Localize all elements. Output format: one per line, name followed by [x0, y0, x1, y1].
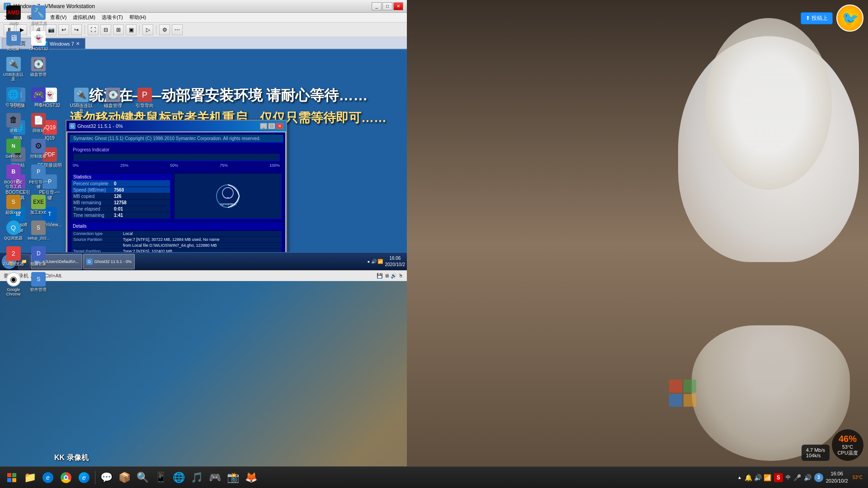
- systool-label: 系统工具: [28, 21, 50, 26]
- host-icon-pe-guide[interactable]: P PE引导-一键: [27, 163, 51, 192]
- host-tray-arrow[interactable]: ▲: [737, 475, 742, 480]
- host-app8-btn[interactable]: 📱: [152, 469, 169, 486]
- host-icon-hdd[interactable]: 💽 磁盘管理: [27, 55, 51, 84]
- host-start-button[interactable]: [4, 469, 20, 486]
- toolbar-unity-btn[interactable]: ⊟: [100, 24, 111, 35]
- hdd-icon: 💽: [31, 57, 46, 71]
- win7-tab-close[interactable]: ✕: [76, 41, 80, 46]
- win7-icon-hdd[interactable]: 💽 磁盘管理: [99, 86, 127, 116]
- host-icon-usb[interactable]: 🔌 USB连连以及: [2, 55, 25, 84]
- win7-systray-arrow[interactable]: ◂: [367, 259, 369, 264]
- win7-icon-pe[interactable]: P 引导导向: [130, 86, 159, 116]
- host-wechat-btn[interactable]: 💬: [98, 469, 114, 486]
- host-app7-btn[interactable]: 🔍: [134, 469, 151, 486]
- toolbar-snapnext-btn[interactable]: ↪: [71, 24, 82, 35]
- win7-clock-time: 16:06: [385, 255, 406, 262]
- host-icon-nvidia[interactable]: N GeFroce: [2, 137, 25, 161]
- icon-row-10: 2 2345浏览器 D 电脑管家: [2, 244, 50, 268]
- menu-help[interactable]: 帮助(H): [127, 13, 149, 22]
- icon-row-5: 🗑 游戏 📄 回收站: [2, 111, 50, 135]
- host-icon-systool[interactable]: 🔧 系统工具: [27, 4, 51, 28]
- host-icon-setup[interactable]: S setup_202...: [27, 219, 50, 243]
- host-app6-btn[interactable]: 📦: [116, 469, 132, 486]
- vm-desktop[interactable]: 统注在——动部署安装环境 请耐心等待…… 请勿移动键盘鼠标或者关机重启，仅仅只需…: [0, 50, 407, 270]
- vmware-statusbar-right: 💾 🖥 🔊 🖱: [377, 273, 403, 279]
- host-icon-amd[interactable]: AMD AMD: [2, 4, 25, 28]
- host-icon-ghost[interactable]: 👻 GHOST32: [27, 29, 51, 53]
- cat-photo-area: [407, 0, 868, 488]
- host-icon-chrome[interactable]: ◉ Google Chrome: [2, 270, 25, 299]
- ghost-header: Symantec Ghost (11.5.1) Copyright (C) 19…: [69, 134, 283, 143]
- icon-row-1: AMD AMD 🔧 系统工具: [2, 4, 50, 28]
- win7-clock-date: 2020/10/2: [385, 262, 406, 268]
- pe-guide-icon: P: [31, 164, 46, 179]
- progress-markers: 0% 25% 50% 75% 100%: [73, 163, 280, 168]
- host-explorer-btn[interactable]: 📁: [22, 469, 38, 486]
- ime-icon[interactable]: 中: [786, 474, 791, 481]
- ghost-spinner: symantec.: [212, 180, 244, 212]
- stats-row-percent: Percent complete 0: [71, 181, 170, 187]
- setup-icon: S: [31, 221, 46, 235]
- sogou-icon[interactable]: S: [774, 473, 783, 482]
- vmware-statusbar: 要返回录机，请按 Ctrl+Alt. 💾 🖥 🔊 🖱: [0, 270, 407, 281]
- softmgr-label: 软件管理: [28, 287, 50, 292]
- host-icon-recycle[interactable]: 🗑 游戏: [2, 111, 25, 135]
- toolbar-snapmgr-btn[interactable]: ↩: [58, 24, 69, 35]
- vmware-maximize-button[interactable]: □: [382, 2, 392, 10]
- vmware-minimize-button[interactable]: _: [372, 2, 382, 10]
- stats-and-logo-area: Statistics Percent complete 0 Speed (MB/…: [69, 173, 283, 219]
- toolbar-fullscreen-btn[interactable]: ⛶: [88, 24, 99, 35]
- host-app10-btn[interactable]: 🎵: [189, 469, 205, 486]
- host-icon-qqbrowser[interactable]: Q QQ浏览器: [2, 219, 25, 243]
- menu-tabs[interactable]: 选项卡(T): [99, 13, 126, 22]
- toolbar-view4-btn[interactable]: ▣: [126, 24, 137, 35]
- host-icon-addexe[interactable]: EXE 加工EXE: [27, 193, 51, 217]
- stats-val-remaining: 12758: [114, 200, 127, 205]
- host-app9-btn[interactable]: 🌐: [170, 469, 187, 486]
- stats-val-speed: 7560: [114, 188, 124, 192]
- ghost-restore-btn[interactable]: □: [268, 123, 275, 129]
- host-icon-bootice[interactable]: B BOOTICE引导工具: [2, 163, 25, 192]
- host-desktop-icons: AMD AMD 🔧 系统工具 🖥 此电脑 👻 GHOST32 🔌 USB连连以及…: [0, 0, 52, 466]
- win7-ghost2-icon: G: [86, 258, 93, 265]
- host-app11-btn[interactable]: 🎮: [207, 469, 223, 486]
- host-icon-super[interactable]: S 超级xxxx: [2, 193, 25, 217]
- vmware-toolbar: ⏸ ▶ 🖨 📷 ↩ ↪ ⛶ ⊟ ⊞ ▣ ▷ ⚙ ⋯: [0, 23, 407, 37]
- host-icon-mypc[interactable]: 🖥 此电脑: [2, 29, 25, 53]
- win7-icon-usb[interactable]: 🔌 USB连连以及: [67, 86, 96, 116]
- toolbar-more-btn[interactable]: ⋯: [172, 24, 183, 35]
- vmware-close-button[interactable]: ✕: [393, 2, 403, 10]
- tray-vol-icon[interactable]: 🔊: [804, 474, 811, 481]
- host-icon-dj[interactable]: D 电脑管家: [27, 244, 51, 268]
- menu-vm[interactable]: 虚拟机(M): [70, 13, 98, 22]
- host-edge-btn[interactable]: e: [76, 469, 92, 486]
- host-icon-2345[interactable]: 2 2345浏览器: [2, 244, 25, 268]
- net-icon: 🌐: [6, 87, 21, 102]
- dj-label: 电脑管家: [28, 262, 50, 267]
- net-label: 引导导向: [3, 103, 24, 108]
- host-icon-controlpanel[interactable]: ⚙ 控制面板: [27, 137, 51, 161]
- host-ie-btn[interactable]: e: [40, 469, 56, 486]
- host-chrome-btn[interactable]: [58, 469, 74, 486]
- 360-icon[interactable]: 3: [814, 473, 823, 482]
- host-icon-softmgr[interactable]: S 软件管理: [27, 270, 51, 299]
- host-icon-net[interactable]: 🌐 引导导向: [2, 85, 25, 109]
- ghost-minimize-btn[interactable]: _: [260, 123, 267, 129]
- symantec-logo-area: symantec.: [174, 173, 282, 219]
- host-icon-game[interactable]: 🎮 网络: [27, 85, 51, 109]
- win7-taskbar-ghost2[interactable]: G Ghost32 11.5.1 - 0%: [83, 254, 135, 269]
- stats-val-time-remaining: 1:41: [114, 213, 123, 218]
- stats-val-copied: 126: [114, 194, 122, 199]
- win7-pe-icon: P: [137, 88, 152, 102]
- toolbar-send-btn[interactable]: ▷: [142, 24, 153, 35]
- kk-recorder-label: KK 录像机: [54, 453, 89, 463]
- detail-key-src: Source Partition: [73, 237, 123, 242]
- toolbar-view3-btn[interactable]: ⊞: [113, 24, 124, 35]
- host-app13-btn[interactable]: 🦊: [243, 469, 259, 486]
- host-icon-pe-doc[interactable]: 📄 回收站: [27, 111, 51, 135]
- toolbar-settings-btn[interactable]: ⚙: [159, 24, 170, 35]
- ghost-close-btn[interactable]: ✕: [276, 123, 283, 129]
- host-app12-btn[interactable]: 📸: [225, 469, 241, 486]
- upload-button[interactable]: ⬆ 投稿上: [801, 12, 833, 24]
- stats-row-speed: Speed (MB/min) 7560: [71, 187, 170, 193]
